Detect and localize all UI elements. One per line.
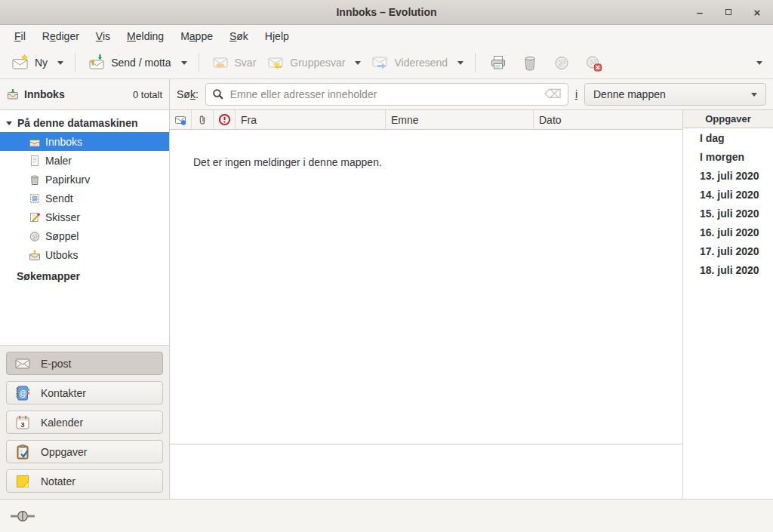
message-list-pane: Fra Emne Dato Det er ingen meldinger i d… — [170, 110, 683, 499]
search-scope-dropdown[interactable]: Denne mappen — [584, 83, 766, 106]
switcher-tasks-button[interactable]: Oppgaver — [6, 440, 163, 463]
menu-vis[interactable]: Vis — [88, 27, 119, 45]
tree-root-search-folders[interactable]: Søkemapper — [0, 264, 169, 285]
menu-label-part: is — [103, 30, 110, 42]
task-group-date[interactable]: 14. juli 2020 — [683, 185, 773, 204]
calendar-icon: 3 — [14, 414, 31, 431]
chevron-down-icon — [751, 93, 757, 97]
sidebar-item-label: Sendt — [45, 192, 73, 204]
minimize-button[interactable]: – — [691, 4, 708, 20]
menu-hjelp[interactable]: Hjelp — [257, 27, 297, 45]
forward-label: Videresend — [394, 57, 448, 69]
switcher-mail-button[interactable]: E-post — [6, 352, 163, 375]
sidebar-item-innboks[interactable]: Innboks — [0, 132, 169, 151]
message-list-body[interactable]: Det er ingen meldinger i denne mappen. — [170, 130, 682, 444]
menu-sok[interactable]: Søk — [221, 27, 257, 45]
send-receive-button[interactable]: Send / motta — [82, 50, 176, 75]
view-switcher: E-post @ Kontakter 3 Kalender Oppgaver — [0, 345, 169, 499]
menu-rediger[interactable]: Rediger — [34, 27, 88, 45]
new-message-dropdown-icon[interactable] — [57, 61, 63, 65]
toolbar-overflow-icon[interactable] — [756, 61, 762, 65]
junk-button[interactable] — [546, 50, 577, 75]
menu-label-part: ppe — [196, 30, 213, 42]
column-from[interactable]: Fra — [236, 110, 386, 129]
menu-melding[interactable]: Melding — [119, 27, 172, 45]
column-date[interactable]: Dato — [534, 110, 682, 129]
delete-button[interactable] — [514, 50, 546, 75]
task-group-date[interactable]: 17. juli 2020 — [683, 241, 773, 260]
forward-button[interactable]: Videresend — [365, 50, 453, 75]
task-group-label: I dag — [700, 132, 725, 144]
search-label: Søk: — [177, 88, 199, 100]
switcher-calendar-button[interactable]: 3 Kalender — [6, 411, 163, 434]
forward-dropdown-icon[interactable] — [457, 61, 463, 65]
tree-root-label: På denne datamaskinen — [17, 117, 138, 129]
close-button[interactable]: × — [749, 4, 765, 20]
sidebar-item-label: Innboks — [45, 136, 82, 148]
sidebar-item-skisser[interactable]: Skisser — [0, 208, 169, 226]
mail-icon — [14, 355, 31, 372]
notes-icon — [14, 473, 31, 490]
group-reply-dropdown-icon[interactable] — [355, 61, 361, 65]
task-group-tomorrow[interactable]: I morgen — [683, 147, 773, 166]
outbox-icon — [29, 249, 41, 261]
reply-label: Svar — [235, 57, 257, 69]
tree-section-label: Søkemapper — [17, 270, 80, 282]
search-entry[interactable]: ⌫ — [205, 83, 568, 106]
column-attachment[interactable] — [192, 110, 214, 129]
sidebar-item-utboks[interactable]: Utboks — [0, 245, 169, 264]
menu-label-part: il — [21, 30, 26, 42]
task-group-today[interactable]: I dag — [683, 128, 773, 147]
toolbar-separator — [199, 53, 199, 72]
column-read-status[interactable] — [170, 110, 192, 129]
search-input[interactable] — [230, 88, 538, 100]
empty-folder-message: Det er ingen meldinger i denne mappen. — [170, 130, 682, 168]
switcher-contacts-button[interactable]: @ Kontakter — [6, 381, 163, 404]
task-group-date[interactable]: 15. juli 2020 — [683, 204, 773, 223]
column-subject[interactable]: Emne — [386, 110, 534, 129]
search-label-part: : — [196, 88, 199, 100]
tree-root-on-this-computer[interactable]: På denne datamaskinen — [0, 114, 169, 132]
titlebar: Innboks – Evolution – × — [0, 0, 773, 25]
menu-label-part: øk — [236, 30, 248, 42]
column-priority[interactable] — [214, 110, 236, 129]
menu-label-part: M — [180, 30, 189, 42]
sidebar-item-papirkurv[interactable]: Papirkurv — [0, 170, 169, 189]
switcher-memos-button[interactable]: Notater — [6, 469, 163, 493]
sidebar-item-sendt[interactable]: Sendt — [0, 189, 169, 208]
attachment-icon — [196, 114, 208, 126]
task-group-date[interactable]: 18. juli 2020 — [683, 260, 773, 279]
task-group-label: 15. juli 2020 — [700, 208, 759, 220]
new-mail-icon — [11, 54, 29, 72]
sidebar-item-soppel[interactable]: Søppel — [0, 226, 169, 245]
print-button[interactable] — [482, 50, 514, 75]
task-group-date[interactable]: 13. juli 2020 — [683, 166, 773, 185]
send-receive-dropdown-icon[interactable] — [181, 61, 187, 65]
group-reply-button[interactable]: Gruppesvar — [261, 50, 350, 75]
menu-label-part: elding — [136, 30, 164, 42]
menu-mappe[interactable]: Mappe — [172, 27, 221, 45]
maximize-button[interactable] — [720, 4, 737, 20]
sidebar-item-maler[interactable]: Maler — [0, 151, 169, 170]
clear-search-icon[interactable]: ⌫ — [544, 88, 562, 100]
reply-button[interactable]: Svar — [206, 50, 262, 75]
maximize-icon — [725, 9, 731, 15]
print-icon — [489, 54, 507, 72]
search-area: Søk: ⌫ i Denne mappen — [170, 79, 773, 109]
trash-icon — [521, 54, 539, 72]
menu-label-part: a — [189, 30, 196, 42]
trash-icon — [29, 174, 41, 186]
menu-fil[interactable]: Fil — [6, 27, 34, 45]
menu-label-part: M — [127, 30, 136, 42]
not-junk-button[interactable] — [577, 50, 609, 75]
new-message-button[interactable]: Ny — [6, 50, 53, 75]
expander-icon[interactable] — [6, 121, 12, 125]
toolbar-separator — [75, 53, 75, 72]
sidebar-item-label: Søppel — [45, 230, 79, 242]
sidebar-item-label: Maler — [45, 155, 72, 167]
tasks-panel-header[interactable]: Oppgaver — [683, 110, 773, 128]
window-controls: – × — [691, 0, 765, 24]
task-group-date[interactable]: 16. juli 2020 — [683, 223, 773, 241]
online-status-icon[interactable] — [10, 510, 35, 522]
drafts-icon — [29, 211, 41, 223]
